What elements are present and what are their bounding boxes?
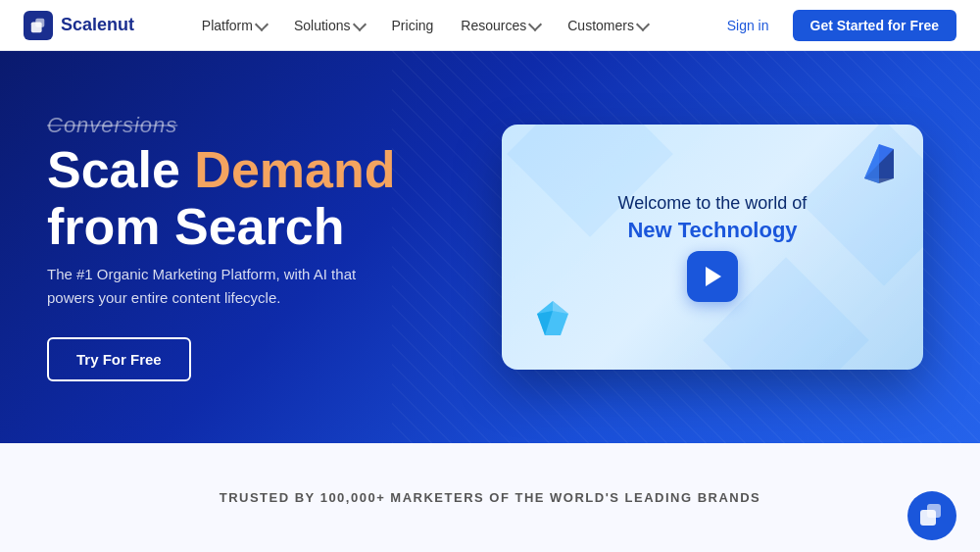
hero-title: Scale Demand from Search [47, 142, 502, 254]
nav-customers[interactable]: Customers [556, 12, 660, 39]
hero-title-line2: from Search [47, 198, 344, 255]
sign-in-button[interactable]: Sign in [715, 12, 781, 39]
nav-pricing[interactable]: Pricing [380, 12, 446, 39]
video-welcome-text: Welcome to the world of [618, 193, 808, 214]
video-gem [531, 296, 575, 340]
video-card[interactable]: Welcome to the world of New Technology [502, 125, 923, 370]
video-content: Welcome to the world of New Technology [618, 193, 808, 302]
logo-icon [24, 11, 53, 40]
chevron-down-icon [636, 17, 650, 30]
hero-animated-text: Conversions [47, 113, 502, 138]
nav-actions: Sign in Get Started for Free [715, 10, 956, 41]
video-tech-text: New Technology [618, 218, 808, 243]
hero-left: Conversions Scale Demand from Search The… [47, 113, 502, 380]
video-3d-shape [855, 139, 904, 188]
get-started-button[interactable]: Get Started for Free [793, 10, 956, 41]
svg-rect-9 [927, 504, 941, 518]
play-button[interactable] [687, 251, 738, 302]
play-icon [706, 267, 721, 286]
nav-solutions[interactable]: Solutions [282, 12, 376, 39]
logo-text: Scalenut [61, 15, 134, 35]
trusted-section: TRUSTED BY 100,000+ MARKETERS OF THE WOR… [0, 443, 980, 552]
hero-right: Welcome to the world of New Technology [502, 125, 933, 370]
trusted-text: TRUSTED BY 100,000+ MARKETERS OF THE WOR… [220, 490, 761, 505]
chevron-down-icon [352, 17, 366, 30]
svg-marker-4 [864, 144, 879, 183]
scalenut-watermark [907, 491, 956, 540]
svg-rect-1 [35, 18, 44, 26]
hero-subtitle: The #1 Organic Marketing Platform, with … [47, 263, 380, 310]
chevron-down-icon [528, 17, 542, 30]
nav-platform[interactable]: Platform [190, 12, 278, 39]
nav-resources[interactable]: Resources [449, 12, 552, 39]
hero-title-line1: Scale [47, 141, 194, 198]
try-free-button[interactable]: Try For Free [47, 337, 191, 381]
nav-links: Platform Solutions Pricing Resources Cus… [190, 12, 660, 39]
hero-title-highlight: Demand [194, 141, 395, 198]
logo[interactable]: Scalenut [24, 11, 134, 40]
hero-section: Conversions Scale Demand from Search The… [0, 51, 980, 443]
chevron-down-icon [255, 17, 269, 30]
navbar: Scalenut Platform Solutions Pricing Reso… [0, 0, 980, 51]
